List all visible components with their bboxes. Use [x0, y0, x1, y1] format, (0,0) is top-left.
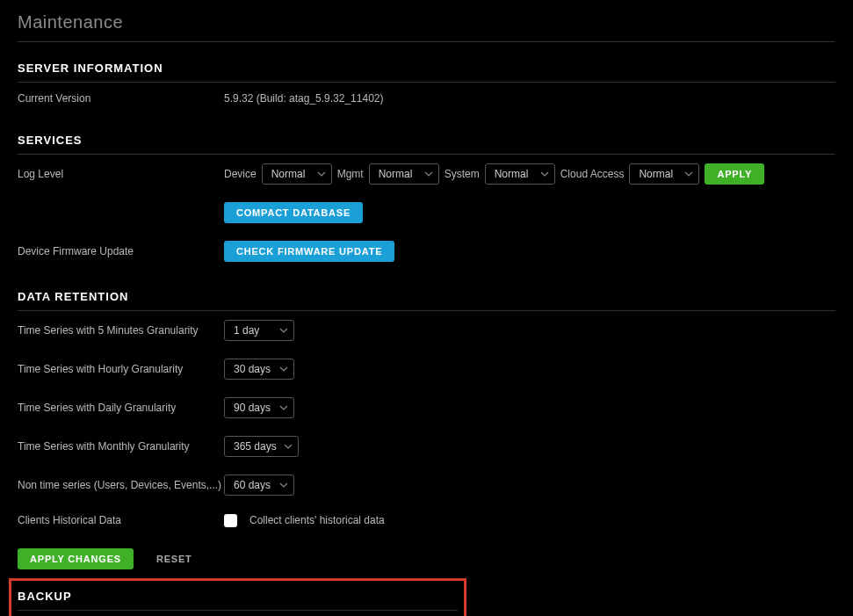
device-select[interactable]: Normal [262, 163, 332, 185]
system-label: System [445, 168, 480, 180]
reset-button[interactable]: RESET [144, 548, 205, 569]
section-data-retention: DATA RETENTION [18, 271, 835, 311]
ts-5min-label: Time Series with 5 Minutes Granularity [18, 324, 224, 337]
check-firmware-update-button[interactable]: CHECK FIRMWARE UPDATE [224, 241, 394, 262]
chevron-down-icon [540, 170, 549, 178]
section-backup: BACKUP [18, 581, 458, 611]
ts-hourly-value: 30 days [234, 363, 271, 375]
ts-monthly-select[interactable]: 365 days [224, 436, 299, 457]
backup-highlight: BACKUP Backup Data Retention 7 days DOWN… [9, 578, 466, 616]
row-current-version: Current Version 5.9.32 (Build: atag_5.9.… [18, 83, 835, 114]
ts-daily-select[interactable]: 90 days [224, 397, 294, 418]
row-ts-daily: Time Series with Daily Granularity 90 da… [18, 388, 835, 427]
device-label: Device [224, 168, 257, 180]
chevron-down-icon [684, 170, 693, 178]
ts-hourly-label: Time Series with Hourly Granularity [18, 363, 224, 375]
chevron-down-icon [279, 365, 288, 373]
ts-daily-label: Time Series with Daily Granularity [18, 402, 224, 414]
chevron-down-icon [284, 442, 293, 451]
cloud-access-label: Cloud Access [560, 168, 625, 180]
row-ts-monthly: Time Series with Monthly Granularity 365… [18, 427, 835, 466]
current-version-label: Current Version [18, 92, 224, 105]
row-backup-data-retention: Backup Data Retention 7 days DOWNLOAD BA… [18, 611, 458, 616]
chevron-down-icon [279, 326, 288, 335]
chevron-down-icon [317, 170, 326, 178]
non-time-series-value: 60 days [234, 479, 271, 491]
apply-button[interactable]: APPLY [705, 163, 764, 185]
log-level-label: Log Level [18, 168, 224, 180]
current-version-value: 5.9.32 (Build: atag_5.9.32_11402) [224, 92, 383, 105]
mgmt-label: Mgmt [337, 168, 364, 180]
page-title: Maintenance [18, 0, 835, 42]
ts-monthly-label: Time Series with Monthly Granularity [18, 440, 224, 453]
apply-changes-button[interactable]: APPLY CHANGES [18, 548, 134, 569]
mgmt-select[interactable]: Normal [369, 163, 439, 185]
row-log-level: Log Level Device Normal Mgmt Normal Syst… [18, 155, 835, 193]
system-select[interactable]: Normal [485, 163, 555, 185]
firmware-update-label: Device Firmware Update [18, 245, 224, 257]
mgmt-select-value: Normal [379, 168, 413, 180]
cloud-access-select-value: Normal [639, 168, 673, 180]
row-compact-database: COMPACT DATABASE [18, 193, 835, 232]
row-clients-historical: Clients Historical Data Collect clients'… [18, 504, 835, 536]
clients-historical-checkbox-label: Collect clients' historical data [249, 514, 385, 526]
non-time-series-label: Non time series (Users, Devices, Events,… [18, 479, 224, 491]
non-time-series-select[interactable]: 60 days [224, 475, 294, 496]
compact-database-button[interactable]: COMPACT DATABASE [224, 202, 363, 223]
ts-hourly-select[interactable]: 30 days [224, 359, 294, 380]
ts-monthly-value: 365 days [234, 440, 277, 453]
ts-5min-select[interactable]: 1 day [224, 320, 294, 341]
chevron-down-icon [279, 481, 288, 489]
cloud-access-select[interactable]: Normal [629, 163, 699, 185]
row-ts-hourly: Time Series with Hourly Granularity 30 d… [18, 350, 835, 388]
section-server-information: SERVER INFORMATION [18, 42, 835, 83]
chevron-down-icon [424, 170, 433, 178]
row-firmware-update: Device Firmware Update CHECK FIRMWARE UP… [18, 232, 835, 271]
section-services: SERVICES [18, 114, 835, 155]
chevron-down-icon [279, 403, 288, 412]
clients-historical-checkbox[interactable] [224, 514, 237, 527]
clients-historical-label: Clients Historical Data [18, 514, 224, 526]
data-retention-actions: APPLY CHANGES RESET [18, 536, 835, 578]
ts-daily-value: 90 days [234, 402, 271, 414]
row-ts-5min: Time Series with 5 Minutes Granularity 1… [18, 311, 835, 350]
ts-5min-value: 1 day [234, 324, 259, 337]
row-non-time-series: Non time series (Users, Devices, Events,… [18, 466, 835, 504]
device-select-value: Normal [271, 168, 306, 180]
system-select-value: Normal [495, 168, 529, 180]
